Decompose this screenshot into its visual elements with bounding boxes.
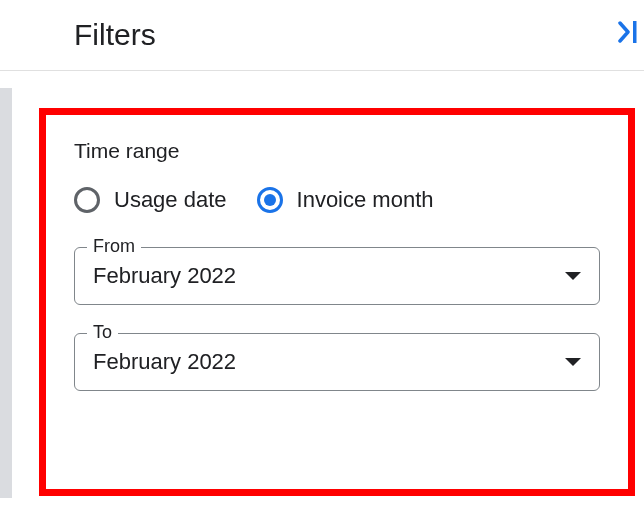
left-rail-spacer — [12, 88, 20, 498]
radio-usage-date-label: Usage date — [114, 187, 227, 213]
svg-rect-0 — [633, 21, 637, 43]
left-rail — [0, 88, 12, 498]
radio-selected-icon — [257, 187, 283, 213]
time-range-radio-group: Usage date Invoice month — [74, 187, 600, 213]
radio-invoice-month-label: Invoice month — [297, 187, 434, 213]
from-select-group: From February 2022 — [74, 247, 600, 305]
collapse-panel-icon[interactable] — [618, 19, 644, 52]
to-select-group: To February 2022 — [74, 333, 600, 391]
to-month-select[interactable]: To February 2022 — [74, 333, 600, 391]
from-label: From — [87, 236, 141, 257]
radio-invoice-month[interactable]: Invoice month — [257, 187, 434, 213]
radio-selected-dot-icon — [264, 194, 276, 206]
time-range-title: Time range — [74, 139, 600, 163]
chevron-down-icon — [565, 358, 581, 366]
radio-usage-date[interactable]: Usage date — [74, 187, 227, 213]
filters-header: Filters — [0, 0, 644, 71]
filters-title: Filters — [74, 18, 156, 52]
to-value: February 2022 — [93, 349, 565, 375]
from-value: February 2022 — [93, 263, 565, 289]
radio-unselected-icon — [74, 187, 100, 213]
to-label: To — [87, 322, 118, 343]
time-range-highlight: Time range Usage date Invoice month From… — [39, 108, 635, 496]
chevron-down-icon — [565, 272, 581, 280]
from-month-select[interactable]: From February 2022 — [74, 247, 600, 305]
